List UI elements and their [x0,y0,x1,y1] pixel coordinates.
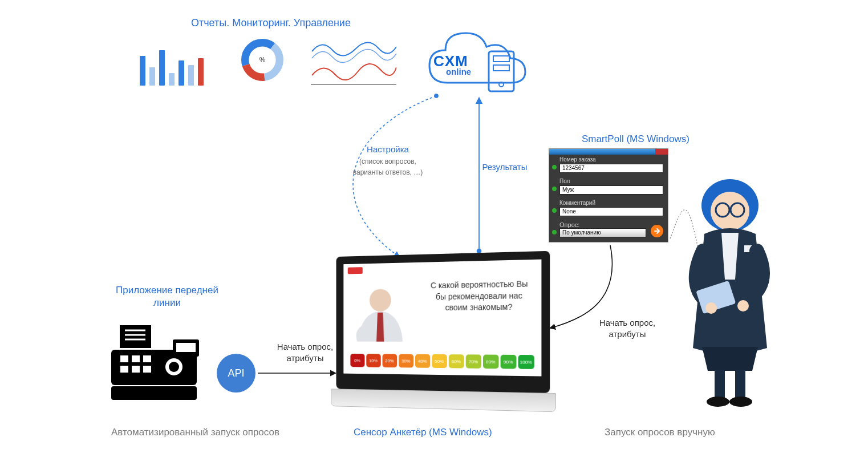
sensor-anketer-caption: Сенсор Анкетёр (MS Windows) [354,427,492,438]
nps-button-row: 0% 10% 20% 30% 40% 50% 60% 70% 80% 90% 1… [343,354,541,369]
smartpoll-field-order: Номер заказа 1234567 [549,155,668,176]
smartpoll-label-comment: Комментарий [559,200,663,206]
svg-rect-23 [132,366,140,373]
nps-btn-40[interactable]: 40% [415,354,430,368]
smartpoll-input-order[interactable]: 1234567 [559,164,663,173]
smartpoll-titlebar[interactable] [549,149,668,155]
smartpoll-input-comment[interactable]: None [559,207,663,216]
section-title-reports: Отчеты. Мониторинг. Управление [191,17,351,29]
kiosk-logo-icon [348,267,363,276]
arrow-label-setup-title: Настройка [367,144,409,154]
nps-btn-70[interactable]: 70% [465,354,481,369]
smartpoll-window: Номер заказа 1234567 Пол Муж Комментарий… [549,148,668,242]
arrow-label-setup-sub: (список вопросов, варианты ответов, …) [353,157,423,177]
nps-btn-0[interactable]: 0% [350,354,364,367]
bar-1 [140,56,145,86]
nps-btn-60[interactable]: 60% [448,354,464,368]
arrow-label-results: Результаты [473,161,536,173]
svg-rect-21 [143,355,151,362]
smartpoll-field-gender: Пол Муж [549,176,668,198]
arrow-right-icon [654,228,660,234]
smartpoll-field-comment: Комментарий None [549,198,668,220]
svg-rect-40 [735,370,745,398]
smartpoll-title: SmartPoll (MS Windows) [582,134,689,145]
svg-rect-11 [120,325,151,348]
nps-btn-100[interactable]: 100% [518,355,534,369]
svg-point-41 [707,397,729,407]
nps-btn-10[interactable]: 10% [366,354,380,367]
nps-btn-30[interactable]: 30% [399,354,413,367]
svg-rect-6 [493,65,509,71]
smartpoll-select-survey[interactable]: По умолчанию [559,228,646,237]
bar-6 [188,65,194,86]
smartpoll-label-gender: Пол [559,178,663,184]
svg-rect-22 [120,366,128,373]
nps-btn-50[interactable]: 50% [432,354,447,368]
bar-7 [198,58,204,86]
svg-rect-24 [143,366,151,373]
svg-point-27 [169,362,179,372]
svg-point-38 [737,300,749,312]
svg-rect-5 [493,56,509,62]
frontline-app-title: Приложение передней линии [102,284,233,309]
mini-donut-chart: % [240,37,285,83]
clerk-illustration [676,165,784,411]
kiosk-monitor: С какой вероятностью Вы бы рекомендовали… [336,251,550,417]
svg-rect-18 [176,343,196,352]
smartpoll-start-button[interactable] [651,225,663,237]
bar-2 [149,67,155,86]
donut-percent-label: % [259,56,266,64]
nps-btn-20[interactable]: 20% [382,354,397,367]
arrow-label-start-left: Начать опрос, атрибуты [265,341,345,363]
manual-launch-caption: Запуск опросов вручную [605,427,715,438]
bar-5 [179,60,184,86]
svg-point-37 [705,302,717,314]
svg-rect-16 [111,386,197,400]
arrow-label-setup: Настройка (список вопросов, варианты отв… [339,144,436,177]
bar-4 [169,73,175,86]
cloud-label-online: online [446,67,471,76]
bar-3 [159,50,165,86]
smartpoll-field-survey: Опрос: По умолчанию [549,220,668,242]
nps-btn-90[interactable]: 90% [500,355,516,369]
businessman-image [351,280,410,342]
svg-point-29 [370,289,391,312]
svg-rect-28 [348,267,363,274]
svg-point-42 [729,397,752,407]
svg-rect-39 [715,370,725,398]
cloud-label: CXM online [433,52,471,76]
survey-question: С какой вероятностью Вы бы рекомендовали… [425,278,534,314]
mini-line-chart [311,34,396,86]
smartpoll-label-survey: Опрос: [559,221,579,228]
arrow-label-start-right: Начать опрос, атрибуты [582,317,673,339]
auto-launch-caption: Автоматизированный запуск опросов [111,427,279,438]
svg-rect-20 [132,355,140,362]
svg-rect-19 [120,355,128,362]
smartpoll-input-gender[interactable]: Муж [559,185,663,195]
mini-bar-chart [140,40,208,86]
nps-btn-80[interactable]: 80% [482,355,498,369]
smartpoll-label-order: Номер заказа [559,156,663,163]
api-badge: API [217,354,255,393]
cash-register-icon [111,322,208,402]
